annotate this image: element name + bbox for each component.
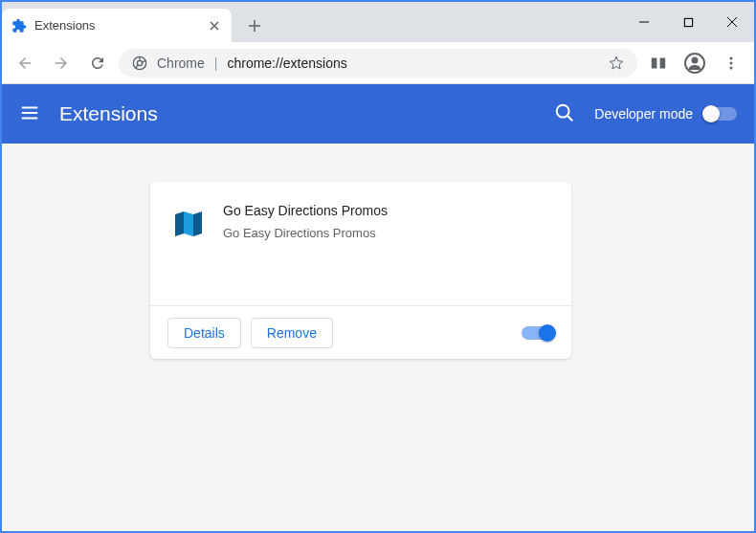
- tab-title: Extensions: [34, 18, 207, 33]
- close-window-button[interactable]: [710, 2, 754, 42]
- profile-button[interactable]: [679, 48, 710, 78]
- card-body: Go Easy Directions Promos Go Easy Direct…: [150, 182, 571, 305]
- close-tab-button[interactable]: [207, 18, 222, 33]
- hamburger-menu-button[interactable]: [19, 102, 42, 125]
- minimize-button[interactable]: [622, 2, 666, 42]
- browser-toolbar: Chrome | chrome://extensions: [2, 42, 754, 84]
- bookmark-button[interactable]: [609, 56, 624, 71]
- toggle-knob: [539, 324, 556, 342]
- svg-point-5: [730, 56, 733, 59]
- puzzle-icon: [11, 18, 27, 33]
- back-button[interactable]: [10, 48, 40, 78]
- svg-point-7: [730, 66, 733, 69]
- developer-mode-toggle[interactable]: [704, 107, 737, 121]
- page-title: Extensions: [59, 102, 554, 125]
- map-icon: [171, 207, 206, 241]
- extension-toggle[interactable]: [522, 326, 554, 340]
- menu-button[interactable]: [716, 48, 746, 78]
- maximize-button[interactable]: [666, 2, 710, 42]
- tabs-area: Extensions: [2, 2, 622, 42]
- omnibox-url: chrome://extensions: [227, 56, 599, 71]
- svg-point-6: [730, 61, 733, 64]
- extension-card: Go Easy Directions Promos Go Easy Direct…: [150, 182, 571, 359]
- reading-list-button[interactable]: [643, 48, 674, 78]
- svg-rect-0: [684, 18, 692, 26]
- reload-button[interactable]: [82, 48, 113, 78]
- extension-description: Go Easy Directions Promos: [223, 226, 550, 240]
- forward-button[interactable]: [46, 48, 77, 78]
- card-footer: Details Remove: [150, 305, 571, 359]
- svg-point-8: [557, 105, 569, 118]
- search-button[interactable]: [554, 102, 577, 125]
- extension-info: Go Easy Directions Promos Go Easy Direct…: [223, 203, 550, 305]
- toggle-knob: [702, 105, 720, 122]
- window-controls: [622, 2, 754, 42]
- new-tab-button[interactable]: [241, 12, 268, 39]
- chrome-icon: [132, 56, 147, 71]
- extensions-header: Extensions Developer mode: [2, 84, 754, 144]
- svg-point-4: [692, 56, 699, 63]
- remove-button[interactable]: Remove: [251, 318, 333, 348]
- window-titlebar: Extensions: [2, 2, 754, 42]
- extensions-list: Go Easy Directions Promos Go Easy Direct…: [2, 144, 754, 531]
- browser-tab[interactable]: Extensions: [2, 9, 232, 42]
- developer-mode-label: Developer mode: [594, 106, 693, 122]
- omnibox-chrome-label: Chrome: [157, 56, 205, 71]
- address-bar[interactable]: Chrome | chrome://extensions: [119, 49, 637, 78]
- details-button[interactable]: Details: [167, 318, 241, 348]
- omnibox-divider: |: [214, 56, 218, 71]
- extension-name: Go Easy Directions Promos: [223, 203, 550, 218]
